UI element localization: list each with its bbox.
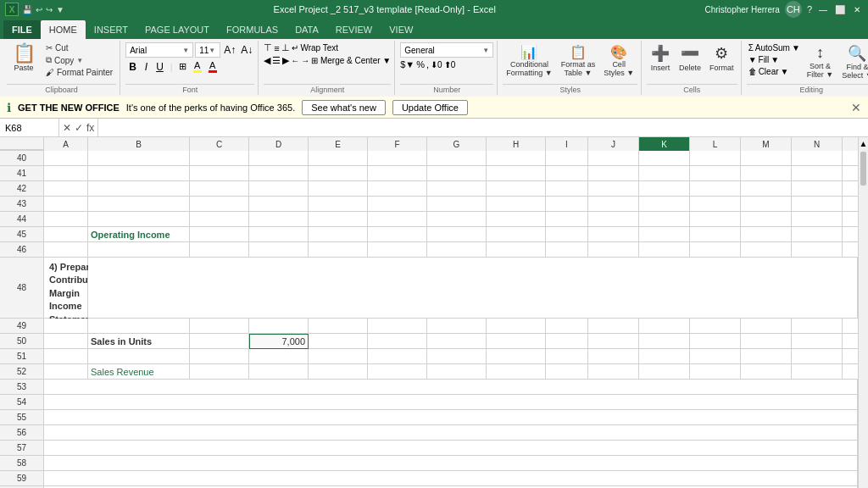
cell-e44[interactable] bbox=[309, 212, 368, 227]
decrease-decimal-btn[interactable]: ⬇0 bbox=[431, 60, 442, 69]
cancel-formula-btn[interactable]: ✕ bbox=[63, 122, 71, 134]
cell-m45[interactable] bbox=[741, 227, 792, 242]
cell-l43[interactable] bbox=[690, 197, 741, 212]
cell-k42[interactable] bbox=[639, 181, 690, 197]
row-header-41[interactable]: 41 bbox=[0, 166, 44, 181]
row-header-59[interactable]: 59 bbox=[0, 471, 44, 486]
cell-m49[interactable] bbox=[741, 319, 792, 334]
cell-b51[interactable] bbox=[88, 349, 190, 364]
cell-k40[interactable] bbox=[639, 151, 690, 166]
cell-row54[interactable] bbox=[44, 395, 858, 410]
align-left-btn[interactable]: ◀ bbox=[264, 55, 270, 66]
cell-m51[interactable] bbox=[741, 349, 792, 364]
bold-button[interactable]: B bbox=[125, 60, 140, 74]
cell-row56[interactable] bbox=[44, 425, 858, 441]
col-header-e[interactable]: E bbox=[309, 137, 368, 151]
increase-indent-btn[interactable]: → bbox=[301, 56, 309, 65]
cell-n45[interactable] bbox=[792, 227, 843, 242]
cell-m41[interactable] bbox=[741, 166, 792, 181]
quick-access-more[interactable]: ▼ bbox=[56, 5, 64, 14]
cell-j46[interactable] bbox=[588, 242, 639, 258]
cell-i50[interactable] bbox=[546, 334, 588, 349]
cell-j40[interactable] bbox=[588, 151, 639, 166]
cell-e40[interactable] bbox=[309, 151, 368, 166]
cell-j42[interactable] bbox=[588, 181, 639, 197]
cell-b46[interactable] bbox=[88, 242, 190, 258]
cell-g49[interactable] bbox=[427, 319, 487, 334]
cell-c41[interactable] bbox=[190, 166, 249, 181]
cell-f43[interactable] bbox=[368, 197, 427, 212]
cell-reference-box[interactable]: K68 bbox=[0, 119, 59, 136]
cell-c45[interactable] bbox=[190, 227, 249, 242]
sort-filter-btn[interactable]: ↕ Sort &Filter ▼ bbox=[804, 42, 837, 81]
cell-o41[interactable] bbox=[843, 166, 858, 181]
cell-l46[interactable] bbox=[690, 242, 741, 258]
cell-k51[interactable] bbox=[639, 349, 690, 364]
cell-b52[interactable]: Sales Revenue bbox=[88, 364, 190, 380]
cell-i45[interactable] bbox=[546, 227, 588, 242]
cell-d50[interactable]: 7,000 bbox=[249, 334, 309, 349]
wrap-text-btn[interactable]: ↵ Wrap Text bbox=[292, 43, 338, 53]
row-header-53[interactable]: 53 bbox=[0, 380, 44, 395]
insert-function-btn[interactable]: fx bbox=[86, 122, 94, 134]
cell-row58[interactable] bbox=[44, 456, 858, 471]
cell-f40[interactable] bbox=[368, 151, 427, 166]
row-header-44[interactable]: 44 bbox=[0, 212, 44, 227]
cell-row59[interactable] bbox=[44, 471, 858, 486]
scroll-thumb[interactable] bbox=[860, 152, 866, 186]
cell-n43[interactable] bbox=[792, 197, 843, 212]
cell-a44[interactable] bbox=[44, 212, 88, 227]
cell-k41[interactable] bbox=[639, 166, 690, 181]
cell-j51[interactable] bbox=[588, 349, 639, 364]
cell-m42[interactable] bbox=[741, 181, 792, 197]
cell-g52[interactable] bbox=[427, 364, 487, 380]
cell-i52[interactable] bbox=[546, 364, 588, 380]
cell-d52[interactable] bbox=[249, 364, 309, 380]
cell-n40[interactable] bbox=[792, 151, 843, 166]
row-header-52[interactable]: 52 bbox=[0, 364, 44, 380]
cell-k45[interactable] bbox=[639, 227, 690, 242]
cell-m50[interactable] bbox=[741, 334, 792, 349]
close-btn[interactable]: ✕ bbox=[851, 3, 863, 15]
cell-b42[interactable] bbox=[88, 181, 190, 197]
cell-m52[interactable] bbox=[741, 364, 792, 380]
border-button[interactable]: ⊞ bbox=[176, 60, 189, 73]
cell-h45[interactable] bbox=[487, 227, 546, 242]
cell-n42[interactable] bbox=[792, 181, 843, 197]
cell-a42[interactable] bbox=[44, 181, 88, 197]
format-as-table-btn[interactable]: 📋 Format asTable ▼ bbox=[558, 42, 599, 80]
cell-f49[interactable] bbox=[368, 319, 427, 334]
cell-c44[interactable] bbox=[190, 212, 249, 227]
cell-f46[interactable] bbox=[368, 242, 427, 258]
minimize-btn[interactable]: — bbox=[817, 3, 829, 15]
cell-g42[interactable] bbox=[427, 181, 487, 197]
quick-access-save[interactable]: 💾 bbox=[22, 5, 32, 14]
cell-d45[interactable] bbox=[249, 227, 309, 242]
cell-c42[interactable] bbox=[190, 181, 249, 197]
delete-btn[interactable]: ➖ Delete bbox=[676, 42, 704, 74]
align-middle-btn[interactable]: ≡ bbox=[274, 43, 279, 53]
cell-d43[interactable] bbox=[249, 197, 309, 212]
cell-e41[interactable] bbox=[309, 166, 368, 181]
font-color-button[interactable]: A bbox=[206, 59, 220, 74]
cell-g41[interactable] bbox=[427, 166, 487, 181]
row-header-54[interactable]: 54 bbox=[0, 395, 44, 410]
notification-close-btn[interactable]: ✕ bbox=[851, 101, 861, 114]
cell-k52[interactable] bbox=[639, 364, 690, 380]
cell-l41[interactable] bbox=[690, 166, 741, 181]
cell-g50[interactable] bbox=[427, 334, 487, 349]
cell-a48[interactable]: 4) Prepare a Contribution Margin Income … bbox=[44, 258, 88, 319]
cell-g51[interactable] bbox=[427, 349, 487, 364]
col-header-m[interactable]: M bbox=[741, 137, 792, 151]
cell-j45[interactable] bbox=[588, 227, 639, 242]
increase-font-btn[interactable]: A↑ bbox=[222, 44, 237, 56]
row-header-57[interactable]: 57 bbox=[0, 441, 44, 456]
align-right-btn[interactable]: ▶ bbox=[282, 55, 289, 66]
autosum-btn[interactable]: Σ AutoSum ▼ bbox=[747, 42, 802, 53]
cell-e48[interactable] bbox=[88, 258, 858, 319]
cell-b40[interactable] bbox=[88, 151, 190, 166]
tab-data[interactable]: DATA bbox=[287, 20, 327, 39]
fill-color-button[interactable]: A bbox=[191, 59, 204, 74]
cell-j52[interactable] bbox=[588, 364, 639, 380]
cell-n44[interactable] bbox=[792, 212, 843, 227]
